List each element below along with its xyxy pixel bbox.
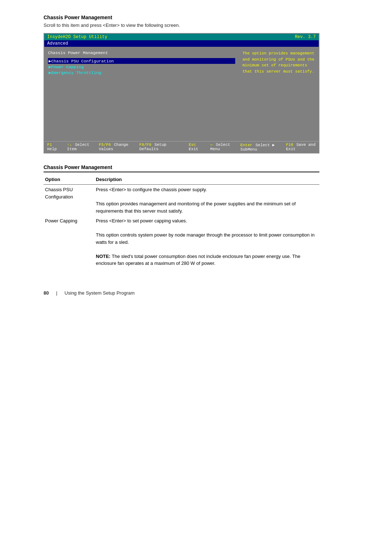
section-title: Chassis Power Management (44, 15, 348, 20)
footer-f10: F10 Save and Exit (286, 143, 316, 152)
bios-screen: InsydeH2O Setup Utility Rev. 3.7 Advance… (44, 33, 319, 153)
table-row: Chassis PSUConfiguration Press <Enter> t… (44, 185, 319, 216)
footer-label: Using the System Setup Program (65, 290, 135, 296)
footer-f5f6: F5/F6 Change Values (99, 143, 132, 152)
bios-menu-title: Chassis Power Management (48, 50, 235, 55)
bios-left-panel: Chassis Power Management ▶Chassis PSU Co… (44, 47, 239, 141)
footer-enter: Enter Select ▶ SubMenu (240, 143, 279, 152)
col-header-description: Description (94, 175, 319, 185)
bios-titlebar: InsydeH2O Setup Utility Rev. 3.7 (44, 34, 319, 40)
desc-power-capping: Press <Enter> to set power capping value… (94, 216, 319, 268)
bios-menu-item-chassis-psu[interactable]: ▶Chassis PSU Configuration (48, 58, 235, 64)
bios-tabbar: Advanced (44, 40, 319, 47)
intro-text: Scroll to this item and press <Enter> to… (44, 22, 348, 28)
footer-separator: | (56, 290, 57, 296)
col-header-option: Option (44, 175, 94, 185)
bios-menu-item-emergency-throttling[interactable]: ▶Emergency Throttling (48, 70, 235, 75)
page-footer: 80 | Using the System Setup Program (44, 290, 348, 296)
option-table: Option Description Chassis PSUConfigurat… (44, 175, 319, 268)
table-row: Power Capping Press <Enter> to set power… (44, 216, 319, 268)
page-number: 80 (44, 290, 49, 296)
footer-f1: F1 Help (47, 143, 60, 152)
bios-help-text: The option provides management and monit… (242, 51, 314, 74)
bios-right-panel: The option provides management and monit… (239, 47, 319, 141)
bios-body: Chassis Power Management ▶Chassis PSU Co… (44, 47, 319, 141)
option-chassis-psu: Chassis PSUConfiguration (44, 185, 94, 216)
footer-esc: Esc Exit (189, 143, 203, 152)
bios-footer: F1 Help ↑↓ Select Item F5/F6 Change Valu… (44, 141, 319, 153)
note-bold: NOTE: (96, 254, 110, 259)
option-power-capping: Power Capping (44, 216, 94, 268)
bios-title-left: InsydeH2O Setup Utility (47, 34, 107, 40)
bios-menu-item-power-capping[interactable]: ▶Power Capping (48, 64, 235, 70)
desc-chassis-psu: Press <Enter> to configure the chassis p… (94, 185, 319, 216)
bios-tab-advanced[interactable]: Advanced (47, 41, 68, 46)
footer-ud: ↑↓ Select Item (67, 143, 92, 152)
footer-f8f9: F8/F9 Setup Defaults (139, 143, 174, 152)
table-section: Chassis Power Management Option Descript… (44, 164, 319, 268)
bios-title-right: Rev. 3.7 (295, 34, 316, 40)
footer-lr: ↔ Select Menu (210, 143, 233, 152)
table-section-title: Chassis Power Management (44, 164, 319, 172)
